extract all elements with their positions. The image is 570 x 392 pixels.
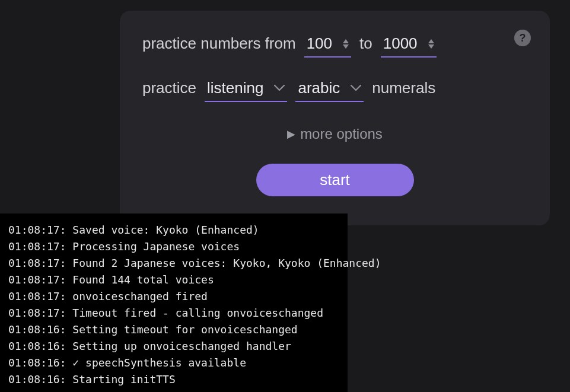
triangle-right-icon: ▶ (287, 128, 295, 141)
mode-select[interactable]: listening (205, 79, 287, 102)
log-line: 01:08:17: Timeout fired - calling onvoic… (8, 305, 339, 321)
debug-console: 01:08:17: Saved voice: Kyoko (Enhanced) … (0, 213, 348, 392)
log-line: 01:08:16: Setting up onvoiceschanged han… (8, 338, 339, 355)
chevron-down-icon (274, 85, 285, 91)
to-value-field[interactable]: 1000 (381, 34, 437, 58)
numerals-label: numerals (372, 79, 435, 97)
practice-numbers-label: practice numbers from (142, 34, 296, 53)
more-options-toggle[interactable]: ▶ more options (141, 126, 528, 142)
to-value: 1000 (383, 34, 418, 53)
start-label: start (320, 171, 350, 189)
help-icon: ? (520, 32, 526, 44)
help-button[interactable]: ? (514, 30, 531, 46)
start-button[interactable]: start (256, 164, 414, 196)
log-line: 01:08:16: Setting timeout for onvoicesch… (8, 321, 339, 338)
log-line: 01:08:17: Processing Japanese voices (8, 238, 339, 255)
mode-row: practice listening arabic numerals (141, 79, 528, 102)
more-options-label: more options (300, 126, 383, 142)
from-value: 100 (307, 34, 332, 53)
log-line: 01:08:17: Found 2 Japanese voices: Kyoko… (8, 255, 339, 272)
range-row: practice numbers from 100 to 1000 (141, 34, 528, 58)
practice-label: practice (142, 79, 196, 97)
stepper-icon (343, 39, 349, 49)
log-line: 01:08:17: Saved voice: Kyoko (Enhanced) (8, 222, 339, 238)
to-label: to (359, 34, 372, 53)
log-line: 01:08:17: onvoiceschanged fired (8, 288, 339, 305)
log-line: 01:08:16: ✓ speechSynthesis available (8, 355, 339, 371)
script-value: arabic (298, 79, 340, 97)
settings-card: ? practice numbers from 100 to 1000 prac… (120, 11, 550, 225)
from-value-field[interactable]: 100 (304, 34, 351, 58)
mode-value: listening (207, 79, 263, 97)
stepper-icon (428, 39, 434, 49)
log-line: 01:08:17: Found 144 total voices (8, 272, 339, 288)
log-line: 01:08:16: Starting initTTS (8, 371, 339, 388)
chevron-down-icon (351, 85, 361, 91)
script-select[interactable]: arabic (295, 79, 364, 102)
